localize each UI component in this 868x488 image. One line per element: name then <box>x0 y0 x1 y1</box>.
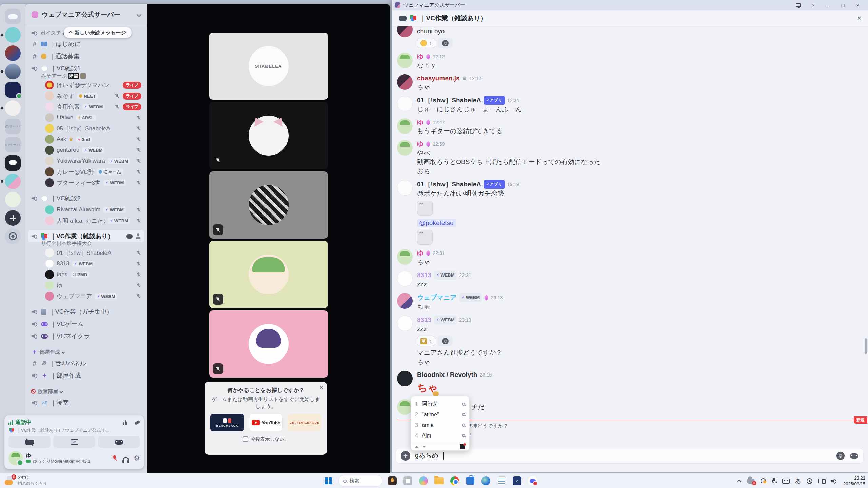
message[interactable]: ゆ12:12 なｔｙ <box>397 53 859 70</box>
channel-vcmc[interactable]: ｜VCマイクラ <box>28 330 144 342</box>
ime-candidate[interactable]: 1阿智芽 <box>411 399 469 409</box>
search-icon[interactable] <box>462 434 465 437</box>
channel-vc2[interactable]: ｜VC雑談2 <box>28 192 144 204</box>
video-tile-shabelea[interactable]: SHABELEA <box>209 33 328 100</box>
clock[interactable]: 23:22 2025/08/15 <box>843 475 865 487</box>
noise-suppression-icon[interactable] <box>123 420 127 425</box>
author-name[interactable]: 01［!shw］ShabeleA <box>417 96 481 104</box>
server-header[interactable]: ウェブマニア公式サーバー <box>25 4 147 25</box>
file-explorer-button[interactable] <box>433 475 445 487</box>
voice-member[interactable]: 01［!shw］ShabeleA <box>28 247 144 258</box>
new-unread-messages-pill[interactable]: 新しい未読メッセージ <box>64 27 132 38</box>
server-icon-cat-sunglasses[interactable] <box>5 155 21 171</box>
category-room-create[interactable]: +部屋作成 <box>28 347 144 357</box>
channel-kanri[interactable]: #｜管理パネル <box>28 357 144 369</box>
close-window-button[interactable]: × <box>850 0 865 10</box>
server-icon-teal[interactable] <box>5 27 21 43</box>
voice-member[interactable]: けいず@サツマハンライブ <box>28 80 144 90</box>
channel-hajimeni[interactable]: #｜はじめに <box>28 38 144 50</box>
code-app-button[interactable]: ‹ <box>511 475 523 487</box>
disconnect-icon[interactable] <box>134 420 140 425</box>
composing-text[interactable]: gあちめ <box>415 451 438 460</box>
attachment-box[interactable]: ^^ <box>417 230 433 245</box>
message[interactable]: chuni byo 1 ☺ <box>397 26 859 48</box>
add-server-button[interactable] <box>5 210 21 226</box>
voice-member[interactable]: 05［!shy］ShabeleA <box>28 123 144 134</box>
voice-member[interactable]: ! falwe†ARSL <box>28 112 144 123</box>
hidden-icons-chevron[interactable] <box>737 480 742 484</box>
maximize-button[interactable]: □ <box>835 0 850 10</box>
channel-tsuwabo[interactable]: #｜通話募集 <box>28 50 144 62</box>
avatar[interactable] <box>397 26 413 37</box>
attach-plus-button[interactable] <box>401 451 410 461</box>
voice-member[interactable]: gentarou⚡WEBM <box>28 145 144 156</box>
tray-mic-icon[interactable] <box>772 478 776 484</box>
cha-sticker-emoji[interactable]: ちゃ <box>417 381 441 395</box>
user-avatar[interactable] <box>8 451 23 465</box>
avatar[interactable] <box>397 316 413 331</box>
server-icon-placeholder-1[interactable]: のサーバ <box>5 119 21 134</box>
chrome-button[interactable] <box>449 475 460 487</box>
avatar[interactable] <box>397 118 413 134</box>
attachment-box[interactable]: ^^ <box>417 201 433 216</box>
mention-pill[interactable]: @poketetsu <box>417 219 456 227</box>
author-name[interactable]: chasyumen.js <box>417 74 460 82</box>
emoji-picker-icon[interactable]: ☺ <box>836 452 845 460</box>
author-name[interactable]: 8313 <box>417 271 431 279</box>
voice-member[interactable]: カレー@VC勢にゃ～ん <box>28 166 144 177</box>
avatar[interactable] <box>397 96 413 111</box>
voice-member[interactable]: みそすNEETライブ <box>28 90 144 101</box>
new-badge[interactable]: 新規 <box>854 416 867 424</box>
members-icon[interactable] <box>135 233 141 239</box>
headphones-icon[interactable] <box>123 457 129 461</box>
taskbar-weather-widget[interactable]: 6 28°C 晴れのちくもり <box>5 475 47 486</box>
onedrive-icon[interactable] <box>747 479 755 484</box>
video-tile-catgirl[interactable] <box>209 102 328 169</box>
open-chat-icon[interactable] <box>126 234 133 239</box>
ms-store-button[interactable] <box>465 475 476 487</box>
voice-member[interactable]: Yukiwara/Yukiwara⚡WEBM <box>28 156 144 166</box>
ime-mode-indicator[interactable]: あ <box>795 477 801 485</box>
touch-keyboard-icon[interactable] <box>782 479 790 484</box>
taskbar-app-1[interactable] <box>387 475 398 487</box>
voice-member[interactable]: 人間 a.k.a. カニたま⚡WEBM <box>28 215 144 226</box>
message[interactable]: Bloodnix / Revolyth23:15 ちゃ <box>397 371 859 395</box>
explore-servers-button[interactable] <box>5 228 21 244</box>
author-name[interactable]: ゆ <box>417 249 423 257</box>
edge-button[interactable] <box>480 475 492 487</box>
settings-gear-icon[interactable]: ⚙ <box>134 454 140 462</box>
category-idle-room[interactable]: 放置部屋 <box>28 386 144 396</box>
start-button[interactable] <box>323 475 334 487</box>
discord-home-button[interactable] <box>5 9 21 24</box>
ime-candidate[interactable]: 2"atime" <box>411 409 469 420</box>
screenshare-button[interactable]: ↗ <box>53 436 95 448</box>
voice-member[interactable]: 食用色素⚡WEBMライブ <box>28 101 144 112</box>
avatar[interactable] <box>397 293 413 309</box>
server-icon-fireworks[interactable] <box>5 82 21 98</box>
author-name[interactable]: ゆ <box>417 53 423 61</box>
search-icon[interactable] <box>462 403 465 406</box>
volume-icon[interactable] <box>831 478 837 484</box>
avatar[interactable] <box>397 371 413 386</box>
voice-member[interactable]: Ask♛♥3nd <box>28 134 144 145</box>
server-icon-miku[interactable] <box>5 174 21 189</box>
camera-button[interactable] <box>8 436 51 448</box>
author-name[interactable]: 01［!shw］ShabeleA <box>417 180 481 188</box>
avatar[interactable] <box>397 271 413 286</box>
author-name[interactable]: ゆ <box>417 118 423 126</box>
activity-button[interactable] <box>98 436 140 448</box>
message[interactable]: 8313⚡WEBM23:13 zzz 草1 ☺ マニアさん進捗どうですか？ ちゃ <box>397 316 859 366</box>
message[interactable]: ゆ12:47 もうギターの弦錆びてきてる <box>397 118 859 136</box>
server-icon-anime-girl[interactable] <box>5 100 21 116</box>
taskbar-app-2[interactable] <box>402 475 414 487</box>
message[interactable]: ゆ12:59 やべ 動画取ろうとOBS立ち上げたら配信モードっての有効になった … <box>397 140 859 176</box>
voice-channel-path[interactable]: ｜VC作業（雑談あり）/ ウェブマニア公式サ... <box>17 427 109 433</box>
avatar[interactable] <box>397 74 413 90</box>
popout-monitor-button[interactable] <box>791 0 806 10</box>
message[interactable]: 01［!shw］ShabeleA✓アプリ19:19 @ポケたん/れい明朝ガチ恋勢… <box>397 180 859 245</box>
search-icon[interactable] <box>462 413 465 416</box>
gif-controller-icon[interactable] <box>850 453 858 459</box>
help-button[interactable]: ? <box>806 0 821 10</box>
ime-pad-icon[interactable] <box>460 444 465 449</box>
voice-member[interactable]: ブターフィー3世⚡WEBM <box>28 177 144 188</box>
